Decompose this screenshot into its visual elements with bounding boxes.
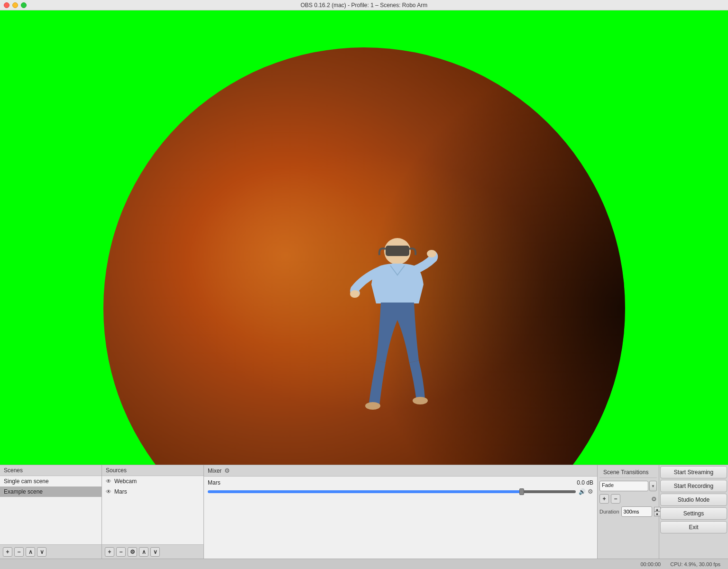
move-source-up-button[interactable]: ∧ <box>139 547 148 557</box>
mixer-content: Mars 0.0 dB 🔊 ⚙ <box>204 477 597 559</box>
transitions-label: Scene Transitions <box>603 469 648 476</box>
remove-scene-button[interactable]: − <box>14 547 24 557</box>
mixer-icons: 🔊 ⚙ <box>579 488 593 495</box>
svg-point-5 <box>413 397 428 404</box>
source-name-1: Webcam <box>114 478 137 485</box>
transition-type-select[interactable]: Fade <box>599 481 648 491</box>
window-title: OBS 0.16.2 (mac) - Profile: 1 – Scenes: … <box>301 2 427 9</box>
svg-point-2 <box>350 290 359 298</box>
track-gear-icon[interactable]: ⚙ <box>588 488 593 495</box>
add-transition-button[interactable]: + <box>599 494 609 504</box>
mixer-track-header: Mars 0.0 dB <box>208 479 593 486</box>
add-source-button[interactable]: + <box>105 547 114 557</box>
traffic-lights <box>4 2 27 8</box>
scene-item-1[interactable]: Single cam scene <box>0 476 101 486</box>
move-scene-down-button[interactable]: ∨ <box>37 547 46 557</box>
mixer-track-1: Mars 0.0 dB 🔊 ⚙ <box>204 477 597 498</box>
scenes-list: Single cam scene Example scene <box>0 476 101 544</box>
transitions-add-row: + − ⚙ <box>599 494 657 504</box>
move-source-down-button[interactable]: ∨ <box>150 547 160 557</box>
cpu-status: CPU: 4.9%, 30.00 fps <box>670 561 720 567</box>
source-item-2[interactable]: 👁 Mars <box>102 486 203 497</box>
sources-label: Sources <box>106 467 127 474</box>
sources-header: Sources <box>102 465 203 476</box>
sources-panel: Sources 👁 Webcam 👁 Mars + − ⚙ ∧ ∨ <box>102 465 204 559</box>
mixer-track-db: 0.0 dB <box>577 479 593 486</box>
select-arrow-icon[interactable]: ▼ <box>649 481 657 491</box>
transitions-header: Scene Transitions <box>599 467 657 478</box>
fullscreen-button[interactable] <box>21 2 27 8</box>
statusbar: 00:00:00 CPU: 4.9%, 30.00 fps <box>0 559 728 569</box>
scenes-label: Scenes <box>4 467 23 474</box>
preview-canvas <box>0 10 728 465</box>
transitions-content: Fade ▼ + − ⚙ Duration ▲ ▼ <box>599 478 657 520</box>
mixer-track-name: Mars <box>208 479 221 486</box>
mixer-header: Mixer ⚙ <box>204 465 597 477</box>
bottom-panel: Scenes Single cam scene Example scene + … <box>0 465 728 569</box>
eye-icon-1[interactable]: 👁 <box>106 478 111 485</box>
source-settings-button[interactable]: ⚙ <box>128 547 137 557</box>
exit-button[interactable]: Exit <box>660 521 727 533</box>
scenes-header: Scenes <box>0 465 101 476</box>
controls-panel: Start Streaming Start Recording Studio M… <box>659 465 728 559</box>
mixer-volume-slider[interactable] <box>208 490 576 493</box>
mixer-label: Mixer <box>208 468 221 474</box>
duration-input[interactable] <box>621 506 652 517</box>
mixer-slider-row: 🔊 ⚙ <box>208 488 593 495</box>
settings-button[interactable]: Settings <box>660 507 727 520</box>
sources-footer: + − ⚙ ∧ ∨ <box>102 544 203 559</box>
studio-mode-button[interactable]: Studio Mode <box>660 494 727 506</box>
minimize-button[interactable] <box>12 2 18 8</box>
start-streaming-button[interactable]: Start Streaming <box>660 466 727 478</box>
duration-label: Duration <box>599 509 619 514</box>
preview-area <box>0 10 728 465</box>
add-scene-button[interactable]: + <box>3 547 12 557</box>
mixer-gear-icon[interactable]: ⚙ <box>224 467 230 474</box>
eye-icon-2[interactable]: 👁 <box>106 488 111 495</box>
close-button[interactable] <box>4 2 9 8</box>
transitions-gear-icon[interactable]: ⚙ <box>651 496 657 503</box>
fade-select-row: Fade ▼ <box>599 481 657 491</box>
panels-row: Scenes Single cam scene Example scene + … <box>0 465 728 559</box>
titlebar: OBS 0.16.2 (mac) - Profile: 1 – Scenes: … <box>0 0 728 10</box>
remove-source-button[interactable]: − <box>116 547 126 557</box>
mixer-slider-thumb <box>519 488 524 495</box>
scenes-footer: + − ∧ ∨ <box>0 544 101 559</box>
remove-transition-button[interactable]: − <box>611 494 620 504</box>
person-element <box>345 237 440 436</box>
svg-rect-1 <box>386 246 409 256</box>
svg-point-4 <box>365 402 380 410</box>
transitions-panel: Scene Transitions Fade ▼ + − ⚙ Duration <box>598 465 659 559</box>
sources-list: 👁 Webcam 👁 Mars <box>102 476 203 544</box>
svg-point-3 <box>427 250 436 257</box>
source-name-2: Mars <box>114 488 127 495</box>
timecode: 00:00:00 <box>640 561 661 567</box>
start-recording-button[interactable]: Start Recording <box>660 480 727 492</box>
mixer-panel: Mixer ⚙ Mars 0.0 dB 🔊 ⚙ <box>204 465 598 559</box>
scenes-panel: Scenes Single cam scene Example scene + … <box>0 465 102 559</box>
speaker-icon[interactable]: 🔊 <box>579 488 586 495</box>
duration-row: Duration ▲ ▼ <box>599 506 657 517</box>
move-scene-up-button[interactable]: ∧ <box>26 547 35 557</box>
scene-item-2[interactable]: Example scene <box>0 486 101 497</box>
source-item-1[interactable]: 👁 Webcam <box>102 476 203 486</box>
